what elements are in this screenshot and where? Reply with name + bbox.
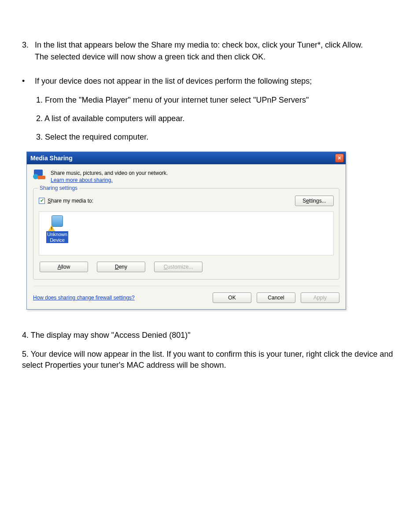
learn-more-link[interactable]: Learn more about sharing.	[51, 177, 113, 183]
bullet-text: If your device does not appear in the li…	[35, 76, 396, 86]
close-icon: ×	[338, 155, 341, 161]
step-3-number: 3.	[22, 40, 33, 51]
media-sharing-dialog: Media Sharing × Share music, pictures, a…	[26, 151, 346, 310]
customize-button: Customize...	[154, 262, 203, 272]
step-3: 3. In the list that appears below the Sh…	[22, 40, 398, 63]
group-legend: Sharing settings	[38, 185, 79, 191]
device-list[interactable]: ! UnknownDevice	[39, 211, 334, 255]
ok-button[interactable]: OK	[213, 292, 251, 303]
firewall-settings-link[interactable]: How does sharing change firewall setting…	[33, 295, 135, 301]
dialog-title: Media Sharing	[30, 155, 73, 162]
step-3-line2: The selected device will now show a gree…	[35, 52, 396, 63]
sharing-settings-group: Sharing settings ✔ Share my media to: Se…	[33, 188, 339, 280]
intro-text: Share music, pictures, and video on your…	[51, 170, 168, 177]
media-share-icon	[33, 170, 46, 183]
checkbox-icon: ✔	[39, 198, 45, 204]
apply-button: Apply	[301, 292, 339, 303]
settings-button[interactable]: Settings...	[295, 196, 334, 206]
bullet-row: • If your device does not appear in the …	[22, 76, 398, 86]
allow-button[interactable]: Allow	[40, 262, 88, 272]
bullet-dot: •	[22, 76, 33, 86]
device-unknown[interactable]: ! UnknownDevice	[43, 215, 72, 243]
step-5: 5. Your device will now appear in the li…	[22, 349, 398, 371]
share-my-media-checkbox[interactable]: ✔ Share my media to:	[39, 198, 93, 204]
cancel-button[interactable]: Cancel	[257, 292, 295, 303]
substep-2: 2. A list of available computers will ap…	[36, 113, 398, 124]
titlebar[interactable]: Media Sharing ×	[27, 152, 346, 164]
deny-button[interactable]: Deny	[97, 262, 145, 272]
share-checkbox-label: Share my media to:	[48, 198, 93, 204]
close-button[interactable]: ×	[335, 154, 344, 163]
substep-3: 3. Select the required computer.	[36, 132, 398, 142]
substep-1: 1. From the "Media Player" menu of your …	[36, 95, 398, 105]
device-icon: !	[50, 215, 65, 230]
step-4: 4. The display may show "Access Denied (…	[22, 330, 398, 341]
device-label: UnknownDevice	[46, 231, 68, 243]
step-3-line1: In the list that appears below the Share…	[35, 41, 363, 49]
